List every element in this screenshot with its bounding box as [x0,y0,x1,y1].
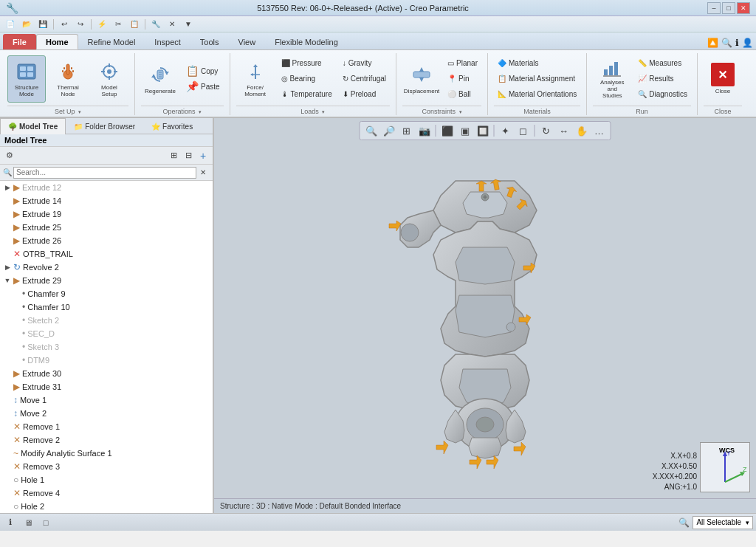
cut-button[interactable]: ✂ [111,18,126,31]
restore-button[interactable]: □ [722,2,735,14]
ball-button[interactable]: ⚪ Ball [444,87,481,102]
close-quick[interactable]: ✕ [165,18,179,31]
list-item[interactable]: • Sketch 2 [0,314,213,327]
redo-button[interactable]: ↪ [73,18,88,31]
materials-button[interactable]: 🔷 Materials [494,56,580,71]
list-item[interactable]: ▶ Extrude 30 [0,367,213,380]
tree-content[interactable]: ▶ ▶ Extrude 12 ▶ Extrude 14 ▶ Extrude 19… [0,181,213,513]
tree-search-input[interactable] [13,167,196,179]
tab-flexible-modeling[interactable]: Flexible Modeling [265,34,348,49]
displacement-button[interactable]: Displacement [402,55,441,103]
tab-refine-model[interactable]: Refine Model [78,34,145,49]
axis-button[interactable]: ◻ [515,123,532,138]
tab-favorites[interactable]: ⭐ Favorites [143,118,201,134]
bottom-view-button[interactable]: 🖥 [21,516,35,529]
list-item[interactable]: • Chamfer 10 [0,300,213,314]
help-search[interactable]: 🔼 [707,38,718,48]
help-icon[interactable]: 🔍 [721,38,732,48]
list-item[interactable]: ✕ OTRB_TRAIL [0,247,213,261]
regenerate-button[interactable]: Regenerate [141,55,179,103]
list-item[interactable]: ~ Modify Analytic Surface 1 [0,447,213,460]
tab-view[interactable]: View [229,34,266,49]
list-item[interactable]: ▶ Extrude 14 [0,194,213,207]
tab-folder-browser[interactable]: 📁 Folder Browser [66,118,143,134]
bottom-model-button[interactable]: □ [38,516,53,529]
spin-button[interactable]: ↔ [556,123,572,138]
all-selectable-dropdown[interactable]: All Selectable ▾ [693,516,753,529]
orient-button[interactable]: ↻ [538,123,554,138]
hidden-button[interactable]: 🔲 [475,123,491,138]
camera-button[interactable]: 📷 [416,123,433,138]
tab-tools[interactable]: Tools [190,34,229,49]
list-item[interactable]: ▶ Extrude 26 [0,234,213,247]
list-item[interactable]: • Chamfer 9 [0,287,213,300]
pin-button[interactable]: 📍 Pin [444,72,481,86]
material-assignment-button[interactable]: 📋 Material Assignment [494,72,580,86]
gravity-button[interactable]: ↓ Gravity [339,56,390,71]
list-item[interactable]: ↕ Move 2 [0,407,213,420]
copy-quick[interactable]: 📋 [127,18,142,31]
tab-inspect[interactable]: Inspect [145,34,190,49]
list-item[interactable]: • SEC_D [0,327,213,340]
list-item[interactable]: ▶ Extrude 31 [0,380,213,393]
info-icon[interactable]: ℹ [735,38,739,48]
centrifugal-button[interactable]: ↻ Centrifugal [339,72,390,86]
wireframe-button[interactable]: ▣ [457,123,473,138]
close-ribbon-button[interactable]: ✕ Close [704,55,742,103]
tab-file[interactable]: File [3,34,36,49]
planar-button[interactable]: ▭ Planar [444,56,481,71]
pan-button[interactable]: ✋ [574,123,590,138]
list-item[interactable]: ✕ Remove 2 [0,433,213,447]
results-button[interactable]: 📈 Results [634,72,691,86]
list-item[interactable]: ○ Hole 1 [0,473,213,486]
tree-search-clear[interactable]: ✕ [196,166,210,179]
list-item[interactable]: ✕ Remove 3 [0,460,213,473]
list-item[interactable]: ▶ ↻ Revolve 2 [0,261,213,274]
tab-home[interactable]: Home [36,34,78,49]
list-item[interactable]: ✕ Remove 1 [0,420,213,433]
list-item[interactable]: ▶ ▶ Extrude 12 [0,181,213,194]
tree-collapse-all[interactable]: ⊟ [182,149,195,162]
shading-button[interactable]: ⬛ [439,123,456,138]
settings-quick[interactable]: 🔧 [148,18,163,31]
bearing-button[interactable]: ◎ Bearing [278,72,336,86]
tree-add-button[interactable]: + [196,149,210,162]
bottom-info-button[interactable]: ℹ [3,516,18,529]
list-item[interactable]: ↕ Move 1 [0,393,213,407]
new-button[interactable]: 📄 [3,18,18,31]
view-more-button[interactable]: … [591,123,608,138]
minimize-button[interactable]: – [707,2,721,14]
tree-expand-all[interactable]: ⊞ [167,149,180,162]
list-item[interactable]: ○ Hole 2 [0,500,213,513]
pressure-button[interactable]: ⬛ Pressure [278,56,336,71]
paste-button[interactable]: 📌 Paste [182,79,224,94]
dropdown-quick[interactable]: ▼ [181,18,196,31]
model-setup-button[interactable]: ModelSetup [90,55,128,103]
zoom-out-button[interactable]: 🔎 [381,123,397,138]
temperature-button[interactable]: 🌡 Temperature [278,87,336,102]
thermal-node-button[interactable]: ThermalNode [49,55,87,103]
measures-button[interactable]: 📏 Measures [634,56,691,71]
structure-mode-button[interactable]: StructureMode [7,55,46,103]
save-button[interactable]: 💾 [35,18,50,31]
copy-button[interactable]: 📋 Copy [182,63,224,78]
tree-settings-button[interactable]: ⚙ [3,149,16,162]
fit-all-button[interactable]: ⊞ [399,123,415,138]
list-item[interactable]: ✕ Remove 4 [0,486,213,500]
datum-button[interactable]: ✦ [498,123,514,138]
open-button[interactable]: 📂 [19,18,34,31]
material-orientations-button[interactable]: 📐 Material Orientations [494,87,580,102]
viewport[interactable]: 🔍 🔎 ⊞ 📷 ⬛ ▣ 🔲 ✦ ◻ ↻ ↔ ✋ … [214,118,756,513]
list-item[interactable]: ▶ Extrude 25 [0,221,213,234]
force-moment-button[interactable]: Force/Moment [236,55,275,103]
zoom-in-button[interactable]: 🔍 [363,123,379,138]
tab-model-tree[interactable]: 🌳 Model Tree [0,118,66,134]
list-item[interactable]: ▼ ▶ Extrude 29 [0,274,213,287]
regenerate-quick[interactable]: ⚡ [94,18,109,31]
list-item[interactable]: ▶ Extrude 19 [0,207,213,221]
diagnostics-button[interactable]: 🔍 Diagnostics [634,87,691,102]
close-button[interactable]: ✕ [737,2,750,14]
undo-button[interactable]: ↩ [57,18,72,31]
account-icon[interactable]: 👤 [742,38,753,48]
list-item[interactable]: • Sketch 3 [0,340,213,354]
